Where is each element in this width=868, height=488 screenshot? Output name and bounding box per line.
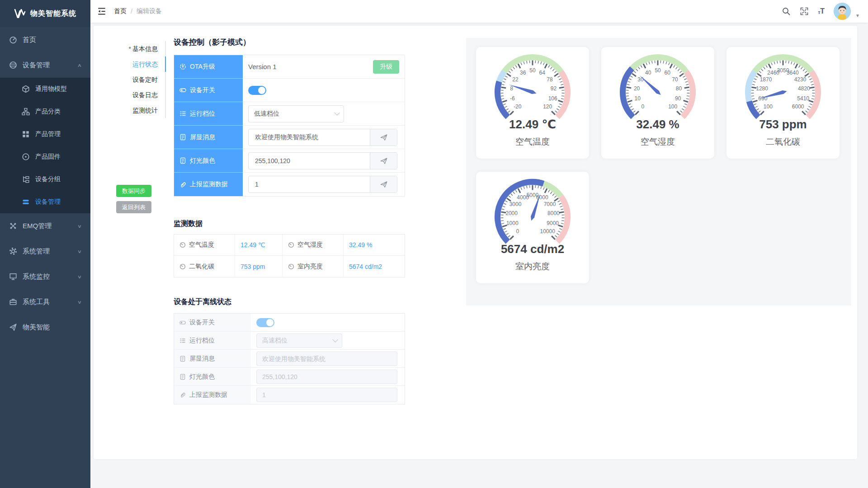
- offline-row-switch: 设备开关: [174, 314, 405, 332]
- send-report-button[interactable]: [370, 176, 397, 192]
- data-sync-button[interactable]: 数据同步: [116, 185, 151, 197]
- sidebar-item-system-tools[interactable]: 系统工具 ∨: [0, 289, 90, 314]
- sidebar-item-label: 系统管理: [23, 247, 50, 256]
- sidebar-item-system-management[interactable]: 系统管理 ∨: [0, 239, 90, 264]
- sidebar-item-home[interactable]: 首页: [0, 27, 90, 52]
- tab-monitor-stats[interactable]: 监测统计: [116, 103, 166, 118]
- main-area: 首页 / 编辑设备 тT ▼: [90, 0, 868, 488]
- svg-text:50: 50: [655, 67, 661, 74]
- svg-text:100: 100: [668, 103, 677, 110]
- svg-text:3000: 3000: [509, 201, 522, 207]
- page-content: *基本信息 运行状态 设备定时 设备日志 监测统计 数据同步 返回列表 设备控制…: [90, 23, 868, 488]
- svg-text:40: 40: [645, 70, 651, 76]
- svg-text:1870: 1870: [760, 76, 772, 83]
- sidebar-item-label: 设备分组: [35, 175, 61, 183]
- document-icon: [179, 157, 186, 164]
- switch-label-cell: 设备开关: [174, 79, 243, 102]
- monitor-label-humidity: 空气湿度: [283, 235, 344, 256]
- target-icon: [22, 153, 30, 161]
- chevron-down-icon: ∨: [77, 274, 82, 279]
- send-color-button[interactable]: [370, 153, 397, 169]
- gauge-label: 空气温度: [515, 136, 550, 148]
- breadcrumb-home[interactable]: 首页: [114, 7, 127, 15]
- sidebar-item-device-management[interactable]: 设备管理 ∧: [0, 52, 90, 78]
- send-message-button[interactable]: [370, 129, 397, 145]
- fullscreen-icon[interactable]: [800, 7, 809, 16]
- firmware-version: Version 1: [248, 63, 277, 70]
- svg-text:50: 50: [529, 67, 536, 74]
- report-field-cell: [243, 173, 405, 196]
- avatar-caret-icon[interactable]: ▼: [855, 13, 860, 18]
- tab-running-status[interactable]: 运行状态: [116, 56, 166, 72]
- svg-text:10: 10: [635, 95, 641, 102]
- search-icon[interactable]: [782, 7, 791, 16]
- sidebar-item-system-monitor[interactable]: 系统监控 ∨: [0, 264, 90, 289]
- sidebar-item-emq[interactable]: EMQ管理 ∨: [0, 213, 90, 239]
- svg-text:4230: 4230: [794, 76, 807, 83]
- offline-color-label: 灯光颜色: [174, 368, 251, 386]
- monitor-value-humidity: 32.49 %: [344, 235, 405, 256]
- breadcrumb-separator: /: [131, 8, 132, 15]
- svg-text:1280: 1280: [756, 85, 768, 92]
- sidebar-item-device-group[interactable]: 设备分组: [0, 168, 90, 191]
- report-data-input[interactable]: [249, 176, 370, 192]
- sidebar-fold-icon[interactable]: [97, 6, 107, 16]
- offline-color-input: [256, 370, 397, 384]
- offline-row-report: 上报监测数据: [174, 386, 405, 404]
- run-gear-select[interactable]: 低速档位: [248, 105, 344, 122]
- node-x-icon: [9, 222, 17, 230]
- monitor-icon: [9, 272, 17, 281]
- sidebar-item-label: 产品固件: [35, 153, 61, 161]
- message-label-cell: 屏显消息: [174, 126, 243, 149]
- gauge-label: 空气湿度: [641, 136, 675, 148]
- offline-gear-field: 高速档位: [251, 332, 405, 350]
- svg-text:70: 70: [672, 76, 678, 83]
- font-size-icon[interactable]: тT: [818, 8, 825, 15]
- svg-text:8000: 8000: [547, 210, 560, 216]
- back-to-list-button[interactable]: 返回列表: [116, 201, 151, 213]
- offline-color-field: [251, 368, 405, 386]
- screen-message-input[interactable]: [249, 129, 370, 145]
- upgrade-button[interactable]: 升级: [373, 60, 399, 74]
- sitemap-icon: [22, 108, 30, 116]
- required-mark: *: [129, 45, 131, 52]
- sidebar-item-wumei[interactable]: 物美智能: [0, 314, 90, 340]
- send-icon: [380, 133, 388, 141]
- sidebar-item-label: 设备管理: [35, 198, 61, 206]
- chevron-down-icon: [332, 337, 338, 343]
- avatar[interactable]: [834, 3, 851, 20]
- monitor-label-brightness: 室内亮度: [283, 256, 344, 277]
- tab-device-timer[interactable]: 设备定时: [116, 72, 166, 87]
- device-switch-toggle[interactable]: [248, 86, 266, 95]
- color-field-cell: [243, 149, 405, 173]
- sidebar-item-product-management[interactable]: 产品管理: [0, 123, 90, 145]
- sidebar-item-device-admin[interactable]: 设备管理: [0, 191, 90, 213]
- svg-text:4820: 4820: [798, 85, 810, 92]
- device-control-table: OTA升级 Version 1 升级 设备开关: [174, 55, 405, 197]
- svg-text:60: 60: [665, 70, 671, 76]
- sidebar-item-label: 产品管理: [35, 130, 61, 138]
- svg-text:30: 30: [637, 76, 644, 83]
- tab-device-log[interactable]: 设备日志: [116, 87, 166, 103]
- color-label-cell: 灯光颜色: [174, 149, 243, 173]
- svg-text:10000: 10000: [540, 228, 556, 235]
- logo: 物美智能系统: [0, 0, 90, 27]
- svg-text:78: 78: [547, 76, 553, 83]
- report-label-cell: 上报监测数据: [174, 173, 243, 196]
- sidebar-item-product-firmware[interactable]: 产品固件: [0, 145, 90, 168]
- sidebar-item-product-category[interactable]: 产品分类: [0, 100, 90, 123]
- sidebar-item-label: 系统工具: [23, 298, 50, 306]
- light-color-input[interactable]: [249, 153, 370, 169]
- gear-label-cell: 运行档位: [174, 102, 243, 126]
- sidebar-item-thing-model[interactable]: 通用物模型: [0, 78, 90, 100]
- app-title: 物美智能系统: [30, 9, 76, 19]
- screen-message-group: [248, 129, 397, 146]
- list-icon: [179, 110, 186, 117]
- page-title: 设备控制（影子模式）: [174, 37, 405, 47]
- offline-switch-label: 设备开关: [174, 314, 251, 332]
- sidebar: 物美智能系统 首页 设备管理 ∧ 通用物模型 产品分类: [0, 0, 90, 488]
- gauge-label: 二氧化碳: [766, 136, 800, 148]
- tab-basic-info[interactable]: *基本信息: [116, 41, 166, 56]
- gauge-value: 32.49 %: [636, 117, 679, 131]
- gauge-card: 0100020003000400050006000700080009000100…: [476, 172, 589, 283]
